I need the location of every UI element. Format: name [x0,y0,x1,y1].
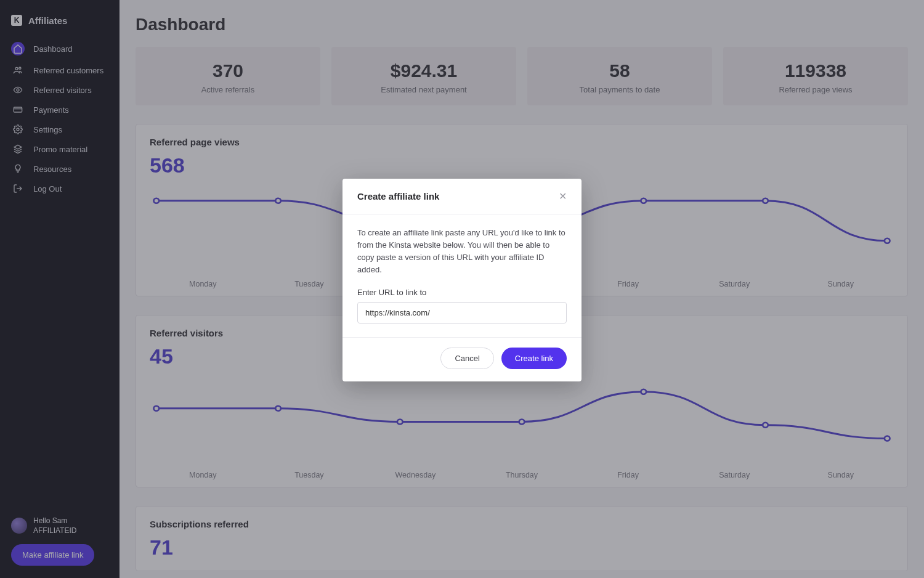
modal-header: Create affiliate link ✕ [342,179,582,214]
modal-body: To create an affiliate link paste any UR… [342,214,582,337]
modal-description: To create an affiliate link paste any UR… [357,227,567,277]
modal-footer: Cancel Create link [342,338,582,381]
cancel-button[interactable]: Cancel [440,348,493,369]
app-root: K Affiliates Dashboard Referred customer… [0,0,924,578]
url-field-label: Enter URL to link to [357,288,567,297]
modal-overlay[interactable]: Create affiliate link ✕ To create an aff… [0,0,924,578]
create-link-button[interactable]: Create link [501,348,567,369]
url-input[interactable] [357,302,567,324]
modal-title: Create affiliate link [357,191,439,201]
close-icon[interactable]: ✕ [559,192,567,201]
create-affiliate-link-modal: Create affiliate link ✕ To create an aff… [342,179,582,381]
